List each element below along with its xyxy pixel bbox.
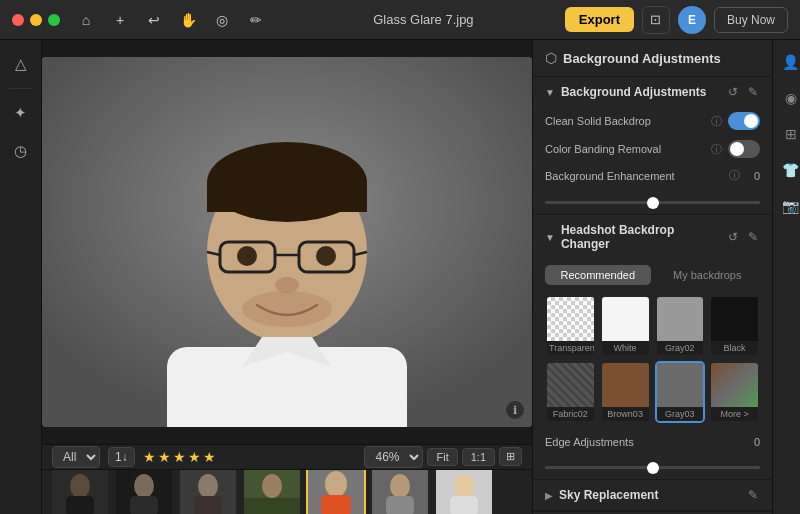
left-toolbar: △ ✦ ◷	[0, 40, 42, 514]
filmstrip-thumb-5[interactable]	[306, 470, 366, 514]
backdrop-gray02[interactable]: Gray02	[655, 295, 706, 357]
svg-point-28	[262, 474, 282, 498]
filmstrip	[42, 470, 532, 514]
edge-slider[interactable]	[545, 466, 760, 469]
backdrop-grid: Transparen White Gray02 Black	[533, 291, 772, 431]
gray02-label: Gray02	[657, 341, 704, 355]
clean-solid-label: Clean Solid Backdrop	[545, 115, 705, 127]
recommended-tab[interactable]: Recommended	[545, 265, 651, 285]
buy-button[interactable]: Buy Now	[714, 7, 788, 33]
gray03-thumb	[657, 363, 704, 407]
white-thumb	[602, 297, 649, 341]
avatar-button[interactable]: E	[678, 6, 706, 34]
filmstrip-thumb-3[interactable]	[178, 470, 238, 514]
black-label: Black	[711, 341, 758, 355]
bg-enhancement-slider[interactable]	[545, 201, 760, 204]
filmstrip-thumb-6[interactable]	[370, 470, 430, 514]
person-tool-button[interactable]: 👤	[777, 48, 801, 76]
zoom-select[interactable]: 46%	[364, 446, 423, 468]
backdrop-transparent[interactable]: Transparen	[545, 295, 596, 357]
backdrop-gray03[interactable]: Gray03	[655, 361, 706, 423]
enhance-tool[interactable]: ✦	[5, 97, 37, 129]
adjust-tool[interactable]: △	[5, 48, 37, 80]
backdrop-edit-button[interactable]: ✎	[746, 230, 760, 244]
window-controls	[12, 14, 60, 26]
svg-point-21	[134, 474, 154, 498]
add-button[interactable]: +	[106, 6, 134, 34]
backdrop-black[interactable]: Black	[709, 295, 760, 357]
canvas-info-button[interactable]: ℹ	[506, 401, 524, 419]
shirt-tool-button[interactable]: 👕	[777, 156, 801, 184]
edge-slider-row	[533, 453, 772, 479]
backdrop-tabs: Recommended My backdrops	[533, 259, 772, 291]
svg-rect-27	[244, 498, 300, 514]
backdrop-fabric02[interactable]: Fabric02	[545, 361, 596, 423]
filter-select[interactable]: All	[52, 446, 100, 468]
minimize-button[interactable]	[30, 14, 42, 26]
export-button[interactable]: Export	[565, 7, 634, 32]
history-tool[interactable]: ◷	[5, 135, 37, 167]
layout-button[interactable]: ⊡	[642, 6, 670, 34]
camera-tool-button[interactable]: 📷	[777, 192, 801, 220]
sky-edit-button[interactable]: ✎	[746, 488, 760, 502]
person-image	[42, 57, 532, 427]
circle-tool-button[interactable]: ◉	[777, 84, 801, 112]
one-to-one-button[interactable]: 1:1	[462, 448, 495, 466]
svg-point-24	[198, 474, 218, 498]
star-2[interactable]: ★	[158, 449, 171, 465]
ba-section-header[interactable]: ▼ Background Adjustments ↺ ✎	[533, 77, 772, 107]
clean-solid-toggle[interactable]	[728, 112, 760, 130]
grid-tool-button[interactable]: ⊞	[777, 120, 801, 148]
canvas-view: ℹ	[42, 40, 532, 444]
select-button[interactable]: ◎	[208, 6, 236, 34]
backdrop-more[interactable]: More >	[709, 361, 760, 423]
clean-solid-info-icon[interactable]: ⓘ	[711, 114, 722, 129]
bg-enhancement-value: 0	[746, 170, 760, 182]
toolbar-divider	[9, 88, 33, 89]
backdrop-section-header[interactable]: ▼ Headshot Backdrop Changer ↺ ✎	[533, 215, 772, 259]
star-5[interactable]: ★	[203, 449, 216, 465]
filmstrip-thumb-4[interactable]	[242, 470, 302, 514]
filmstrip-thumb-2[interactable]	[114, 470, 174, 514]
svg-rect-7	[207, 182, 367, 212]
svg-point-16	[242, 291, 332, 327]
star-1[interactable]: ★	[143, 449, 156, 465]
right-panel: ⬡ Background Adjustments ▼ Background Ad…	[532, 40, 772, 514]
fit-button[interactable]: Fit	[427, 448, 457, 466]
backdrop-arrow-icon: ▼	[545, 232, 555, 243]
filmstrip-thumb-7[interactable]	[434, 470, 494, 514]
backdrop-brown03[interactable]: Brown03	[600, 361, 651, 423]
brown03-thumb	[602, 363, 649, 407]
ba-edit-button[interactable]: ✎	[746, 85, 760, 99]
backdrop-white[interactable]: White	[600, 295, 651, 357]
close-button[interactable]	[12, 14, 24, 26]
bg-enhancement-row: Background Enhancement ⓘ 0	[533, 163, 772, 188]
bg-enhancement-slider-row	[533, 188, 772, 214]
black-thumb	[711, 297, 758, 341]
backdrop-section-actions: ↺ ✎	[726, 230, 760, 244]
titlebar: ⌂ + ↩ ✋ ◎ ✏ Glass Glare 7.jpg Export ⊡ E…	[0, 0, 800, 40]
zoom-controls: 46% Fit 1:1 ⊞	[364, 446, 522, 468]
star-3[interactable]: ★	[173, 449, 186, 465]
filmstrip-thumb-1[interactable]	[50, 470, 110, 514]
brush-button[interactable]: ✏	[242, 6, 270, 34]
home-button[interactable]: ⌂	[72, 6, 100, 34]
pan-button[interactable]: ✋	[174, 6, 202, 34]
right-icons-bar: 👤 ◉ ⊞ 👕 📷	[772, 40, 800, 514]
maximize-button[interactable]	[48, 14, 60, 26]
my-backdrops-tab[interactable]: My backdrops	[655, 265, 761, 285]
star-4[interactable]: ★	[188, 449, 201, 465]
sky-section-header[interactable]: ▶ Sky Replacement ✎	[533, 480, 772, 510]
main-area: △ ✦ ◷	[0, 40, 800, 514]
expand-button[interactable]: ⊞	[499, 447, 522, 466]
color-banding-info-icon[interactable]: ⓘ	[711, 142, 722, 157]
undo-button[interactable]: ↩	[140, 6, 168, 34]
ba-reset-button[interactable]: ↺	[726, 85, 740, 99]
svg-rect-22	[130, 496, 158, 514]
svg-point-12	[316, 246, 336, 266]
svg-point-33	[390, 474, 410, 498]
fabric02-thumb	[547, 363, 594, 407]
color-banding-toggle[interactable]	[728, 140, 760, 158]
backdrop-reset-button[interactable]: ↺	[726, 230, 740, 244]
bg-enhancement-info-icon[interactable]: ⓘ	[729, 168, 740, 183]
